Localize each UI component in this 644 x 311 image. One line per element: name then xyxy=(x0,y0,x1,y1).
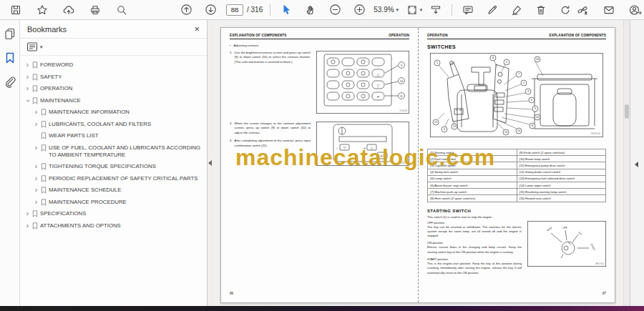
fill-sign-icon xyxy=(511,4,522,16)
chevron-right-icon[interactable]: › xyxy=(32,109,40,116)
callout-label: 9 xyxy=(535,107,536,110)
refresh-icon xyxy=(560,4,571,16)
select-cursor-icon xyxy=(280,4,292,16)
search-icon xyxy=(116,4,127,16)
sidebar-item-specifications[interactable]: ›SPECIFICATIONS xyxy=(20,208,207,220)
cloud-upload-button[interactable] xyxy=(60,1,77,19)
chevron-right-icon[interactable]: › xyxy=(24,210,31,217)
bookmark-icon xyxy=(32,85,38,92)
table-row: (8) Horn switch (2 spare switches)(16) H… xyxy=(428,195,606,202)
sidebar-item-maintenance-schedule[interactable]: ›MAINTENANCE SCHEDULE xyxy=(20,184,207,197)
sidebar-item-wear-parts-list[interactable]: ›WEAR PARTS LIST xyxy=(20,130,207,142)
bookmarks-panel: Bookmarks × ▾ ›FOREWORD ›SAFETY ›OPERATI… xyxy=(20,20,208,306)
navigation-rail xyxy=(0,20,20,306)
email-button[interactable] xyxy=(600,1,618,19)
refresh-button[interactable] xyxy=(557,1,574,19)
highlight-button[interactable] xyxy=(484,1,501,19)
fill-sign-button[interactable] xyxy=(508,1,525,19)
previous-page-button[interactable] xyxy=(177,1,195,19)
sidebar-item-attachments-options[interactable]: ›ATTACHMENTS AND OPTIONS xyxy=(20,220,207,232)
page-number-input[interactable] xyxy=(226,4,243,16)
pdf-page: EXPLANATION OF COMPONENTS OPERATION • Ad… xyxy=(220,27,615,303)
page-number: 87 xyxy=(602,292,606,295)
collapse-sidebar-arrow-icon[interactable] xyxy=(208,160,212,166)
favorites-button[interactable] xyxy=(34,1,51,19)
sidebar-item-use-of-fuel[interactable]: ›USE OF FUEL, COOLANT AND LUBRICANTS ACC… xyxy=(20,142,207,162)
scrollbar-thumb[interactable] xyxy=(625,104,629,119)
attachments-button[interactable] xyxy=(2,74,18,90)
next-page-button[interactable] xyxy=(202,1,219,19)
hand-tool-button[interactable] xyxy=(302,1,319,19)
item-number: 2. xyxy=(230,51,233,64)
table-row: (4) Swing lock switch(12) Swing brake ca… xyxy=(428,169,606,175)
bookmark-icon xyxy=(41,109,47,116)
position-text: The key can be inserted or withdrawn. Th… xyxy=(427,225,522,239)
select-tool-button[interactable] xyxy=(278,1,295,19)
chevron-right-icon[interactable]: › xyxy=(32,187,40,194)
print-icon xyxy=(89,4,101,16)
bookmarks-panel-button[interactable] xyxy=(2,50,18,66)
bookmark-icon xyxy=(41,121,47,128)
sidebar-item-lubricants[interactable]: ›LUBRICANTS, COOLANT AND FILTERS xyxy=(20,119,207,131)
chevron-right-icon[interactable]: › xyxy=(24,85,31,92)
zoom-out-button[interactable] xyxy=(326,1,343,19)
plus-glyph: + xyxy=(364,146,366,150)
chevron-right-icon[interactable]: › xyxy=(32,121,40,128)
fit-page-button[interactable]: ▾ xyxy=(406,1,423,19)
highlight-icon xyxy=(487,4,498,16)
sidebar-item-periodic-replacement[interactable]: ›PERIODIC REPLACEMENT OF SAFETY CRITICAL… xyxy=(20,173,207,185)
page-total-label: / 316 xyxy=(247,6,263,14)
account-button[interactable] xyxy=(627,1,644,19)
delete-button[interactable] xyxy=(532,1,550,19)
vertical-scrollbar[interactable] xyxy=(623,20,630,306)
sidebar-item-foreword[interactable]: ›FOREWORD xyxy=(20,59,207,71)
section-title: SWITCHES xyxy=(427,44,606,49)
chevron-right-icon[interactable]: › xyxy=(32,144,40,152)
sidebar-item-maintenance-procedure[interactable]: ›MAINTENANCE PROCEDURE xyxy=(20,197,207,209)
zoom-in-icon xyxy=(353,4,366,16)
sidebar-item-safety[interactable]: ›SAFETY xyxy=(20,71,207,84)
position-text: This is the engine-start position. Keep … xyxy=(427,262,522,275)
share-button[interactable] xyxy=(574,1,591,19)
save-button[interactable] xyxy=(7,1,24,19)
chevron-right-icon[interactable]: › xyxy=(32,163,40,170)
comment-button[interactable] xyxy=(459,1,477,19)
up-switch-glyph: △ xyxy=(377,72,380,76)
chevron-right-icon[interactable]: › xyxy=(24,222,31,229)
fit-width-icon xyxy=(430,4,441,16)
sidebar-item-maintenance[interactable]: ›MAINTENANCE xyxy=(20,95,207,107)
page-thumbnails-icon xyxy=(4,27,16,40)
print-button[interactable] xyxy=(87,1,104,19)
chevron-right-icon[interactable]: › xyxy=(24,74,31,81)
page-header-left: OPERATION xyxy=(427,34,448,37)
chevron-down-icon: ▾ xyxy=(40,44,43,50)
sidebar-item-operation[interactable]: ›OPERATION xyxy=(20,83,207,95)
toolbar-divider xyxy=(452,4,452,16)
callout-label: 15 xyxy=(517,129,520,132)
callout-label: 7 xyxy=(518,73,519,76)
bookmark-icon xyxy=(41,144,47,152)
bookmark-options-button[interactable]: ▾ xyxy=(26,41,43,52)
document-viewport[interactable]: EXPLANATION OF COMPONENTS OPERATION • Ad… xyxy=(208,20,630,306)
bookmarks-icon xyxy=(4,51,16,64)
expand-tools-arrow-icon[interactable] xyxy=(635,162,638,167)
zoom-out-icon xyxy=(329,4,341,16)
chevron-right-icon[interactable]: › xyxy=(32,175,40,182)
chevron-right-icon[interactable]: › xyxy=(24,61,31,69)
taskbar xyxy=(0,306,644,311)
bookmark-options-icon xyxy=(26,41,38,52)
star-icon xyxy=(36,4,48,16)
chevron-down-icon[interactable]: › xyxy=(24,97,31,104)
chevron-right-icon[interactable]: › xyxy=(32,199,40,206)
fit-width-button[interactable] xyxy=(427,1,444,19)
search-button[interactable] xyxy=(113,1,130,19)
zoom-level-select[interactable]: 53.9% ▾ xyxy=(374,6,399,14)
page-thumbnails-button[interactable] xyxy=(2,26,18,41)
share-icon xyxy=(577,4,589,16)
callout-label: 6 xyxy=(531,99,532,102)
sidebar-item-tightening-torque[interactable]: ›TIGHTENING TORQUE SPECIFICATIONS xyxy=(20,161,207,173)
page-header-left: EXPLANATION OF COMPONENTS xyxy=(230,34,286,37)
zoom-in-button[interactable] xyxy=(351,1,368,19)
sidebar-item-maintenance-information[interactable]: ›MAINTENANCE INFORMATION xyxy=(20,107,207,119)
close-panel-button[interactable]: × xyxy=(194,24,200,34)
